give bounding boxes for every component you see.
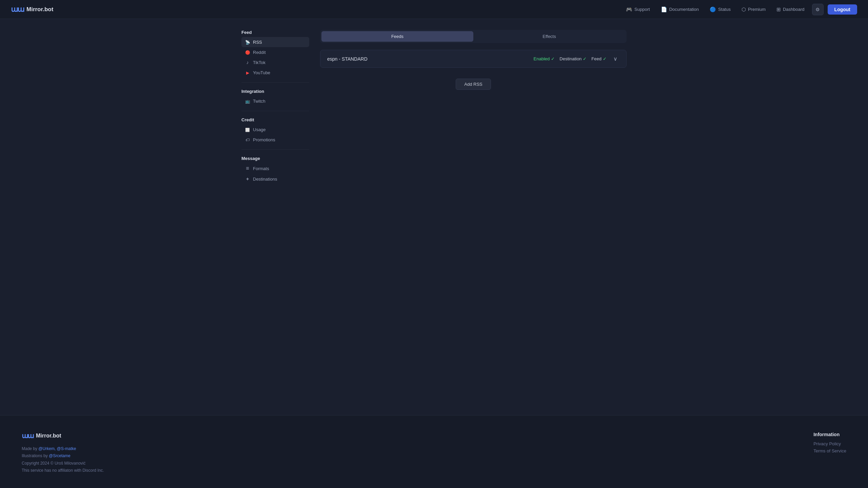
destination-check-icon: ✓ (583, 56, 587, 61)
feed-label: Feed (591, 56, 601, 61)
twitch-icon (245, 98, 250, 104)
tab-feeds[interactable]: Feeds (321, 31, 473, 42)
premium-icon: ⬡ (742, 6, 746, 13)
privacy-policy-link[interactable]: Privacy Policy (813, 441, 846, 446)
destination-badge: Destination ✓ (559, 56, 587, 61)
logo-area: ɯɯ Mirror.bot (11, 5, 53, 14)
sidebar-item-promotions[interactable]: Promotions (241, 135, 309, 145)
topnav: ɯɯ Mirror.bot 🎮 Support 📄 Documentation … (0, 0, 868, 19)
feed-card: espn - STANDARD Enabled ✓ Destination ✓ … (320, 50, 627, 68)
feed-badge: Feed ✓ (591, 56, 607, 61)
discord-icon: 🎮 (626, 6, 632, 13)
sidebar-item-destinations[interactable]: Destinations (241, 174, 309, 184)
feed-name: espn - STANDARD (327, 56, 368, 62)
sidebar-item-label: Formats (253, 166, 269, 171)
logo-icon: ɯɯ (11, 5, 24, 14)
formats-icon (245, 165, 250, 171)
reddit-icon (245, 49, 250, 55)
support-link[interactable]: 🎮 Support (621, 4, 655, 15)
feed-expand-button[interactable]: ∨ (611, 55, 619, 63)
add-rss-area: Add RSS (320, 79, 627, 90)
message-section-label: Message (241, 156, 309, 161)
footer-information-title: Information (813, 432, 846, 437)
footer: ɯɯ Mirror.bot Made by @Urkem, @S-matke I… (0, 415, 868, 488)
sidebar-item-usage[interactable]: Usage (241, 124, 309, 135)
destinations-icon (245, 176, 250, 182)
sidebar-item-tiktok[interactable]: TikTok (241, 57, 309, 67)
sidebar-item-youtube[interactable]: YouTube (241, 67, 309, 78)
integration-section-label: Integration (241, 89, 309, 94)
divider-2 (241, 111, 309, 111)
footer-meta: Made by @Urkem, @S-matke Illustrations b… (22, 445, 104, 474)
feed-check-icon: ✓ (603, 56, 607, 61)
sidebar-item-label: RSS (253, 40, 262, 45)
tiktok-icon (245, 60, 250, 65)
doc-icon: 📄 (661, 6, 667, 13)
sidebar: Feed RSS Reddit TikTok YouTube Integrati… (241, 30, 309, 289)
logo-text: Mirror.bot (26, 6, 53, 13)
sidebar-item-twitch[interactable]: Twitch (241, 96, 309, 106)
documentation-link[interactable]: 📄 Documentation (656, 4, 704, 15)
footer-made-by: Made by @Urkem, @S-matke (22, 445, 104, 453)
footer-left: ɯɯ Mirror.bot Made by @Urkem, @S-matke I… (22, 432, 104, 474)
footer-disclaimer: This service has no affiliaton with Disc… (22, 467, 104, 474)
terms-of-service-link[interactable]: Terms of Service (813, 448, 846, 453)
youtube-icon (245, 70, 250, 75)
sidebar-item-label: TikTok (253, 60, 265, 65)
dashboard-icon: ⊞ (776, 6, 781, 13)
add-rss-button[interactable]: Add RSS (456, 79, 491, 90)
tab-bar: Feeds Effects (320, 30, 627, 43)
divider-1 (241, 82, 309, 83)
footer-copyright: Copyright 2024 © Uroš Milovanović (22, 460, 104, 467)
sidebar-item-label: Twitch (253, 99, 265, 104)
sidebar-item-label: Usage (253, 127, 266, 132)
sidebar-item-formats[interactable]: Formats (241, 163, 309, 174)
divider-3 (241, 149, 309, 150)
main-content: Feeds Effects espn - STANDARD Enabled ✓ … (320, 30, 627, 289)
status-link[interactable]: 🔵 Status (705, 4, 735, 15)
dashboard-link[interactable]: ⊞ Dashboard (772, 4, 809, 15)
logout-button[interactable]: Logout (828, 4, 857, 15)
feed-meta: Enabled ✓ Destination ✓ Feed ✓ ∨ (534, 55, 619, 63)
main-layout: Feed RSS Reddit TikTok YouTube Integrati… (231, 19, 637, 289)
usage-icon (245, 127, 250, 132)
sidebar-item-label: YouTube (253, 70, 270, 75)
made-by-link[interactable]: @Urkem, @S-matke (38, 446, 76, 451)
sidebar-item-reddit[interactable]: Reddit (241, 47, 309, 57)
footer-logo-area: ɯɯ Mirror.bot (22, 432, 104, 440)
enabled-badge: Enabled ✓ (534, 56, 555, 61)
settings-button[interactable]: ⚙ (812, 4, 824, 15)
enabled-label: Enabled (534, 56, 550, 61)
footer-logo-icon: ɯɯ (22, 432, 33, 440)
topnav-links: 🎮 Support 📄 Documentation 🔵 Status ⬡ Pre… (621, 4, 857, 15)
illustrations-link[interactable]: @Srcetame (49, 453, 71, 458)
promotions-icon (245, 137, 250, 142)
sidebar-item-label: Reddit (253, 50, 266, 55)
sidebar-item-label: Promotions (253, 137, 275, 142)
sidebar-item-label: Destinations (253, 177, 277, 182)
footer-logo-text: Mirror.bot (36, 433, 61, 439)
tab-effects[interactable]: Effects (473, 31, 625, 42)
sidebar-item-rss[interactable]: RSS (241, 37, 309, 47)
status-icon: 🔵 (710, 6, 716, 13)
enabled-check-icon: ✓ (551, 56, 555, 61)
destination-label: Destination (559, 56, 581, 61)
rss-icon (245, 39, 250, 45)
credit-section-label: Credit (241, 117, 309, 122)
premium-link[interactable]: ⬡ Premium (737, 4, 770, 15)
footer-right: Information Privacy Policy Terms of Serv… (813, 432, 846, 455)
feed-section-label: Feed (241, 30, 309, 35)
footer-illustrations: Illustrations by @Srcetame (22, 452, 104, 460)
